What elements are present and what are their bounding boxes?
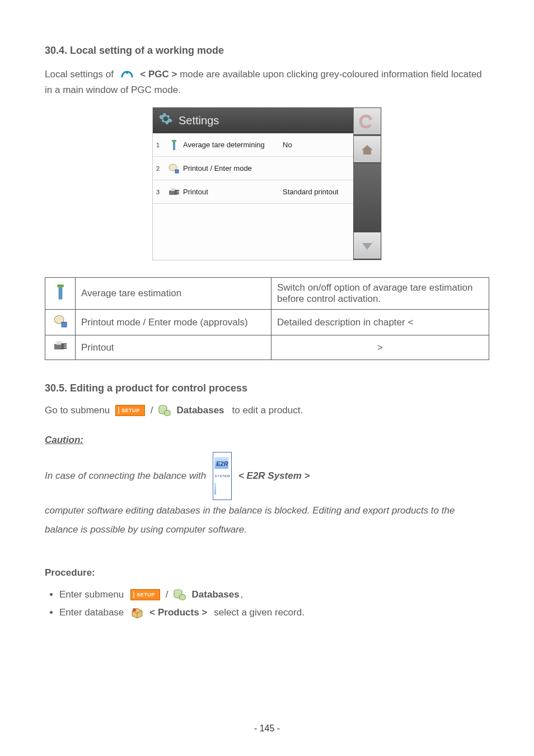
- svg-rect-9: [175, 193, 179, 194]
- pgc-mode-icon: [120, 67, 134, 83]
- svg-rect-17: [61, 346, 67, 347]
- desc-icon-cell: [45, 278, 76, 310]
- row-number: 1: [156, 142, 165, 148]
- table-row: Printout mode / Enter mode (approvals) D…: [45, 310, 489, 335]
- svg-rect-10: [57, 284, 64, 287]
- gear-icon: [158, 111, 173, 129]
- databases-label: Databases: [177, 405, 224, 416]
- row-number: 2: [156, 165, 165, 172]
- svg-rect-16: [61, 343, 67, 344]
- bullet-text: Enter database: [59, 607, 124, 618]
- settings-title: Settings: [179, 114, 219, 127]
- line-text: Go to submenu: [45, 405, 110, 416]
- settings-row-2[interactable]: 2 Printout / Enter mode: [153, 157, 353, 180]
- caution-pre: In case of connecting the balance with: [45, 466, 206, 486]
- svg-point-23: [133, 608, 136, 612]
- databases-icon: [173, 589, 186, 601]
- list-item: Enter submenu SETUP / Databases ,: [59, 589, 489, 601]
- bullet-tail: ,: [241, 589, 243, 600]
- printout-mode-icon: [53, 314, 68, 328]
- settings-row-1[interactable]: 1 Average tare determining No: [153, 133, 353, 157]
- goto-submenu-line: Go to submenu SETUP / Databases to edit …: [45, 404, 489, 417]
- svg-rect-18: [61, 348, 67, 349]
- caution-text: In case of connecting the balance with E…: [45, 452, 489, 539]
- side-back-button[interactable]: [354, 108, 381, 135]
- desc-text: Detailed description in chapter <: [271, 310, 489, 335]
- procedure-label: Procedure:: [45, 567, 489, 578]
- svg-rect-8: [175, 192, 179, 193]
- settings-sidebar: [353, 108, 381, 260]
- svg-rect-11: [58, 287, 62, 300]
- bullet-text: Enter submenu: [59, 589, 124, 600]
- intro-paragraph: Local settings of < PGC > mode are avail…: [45, 67, 489, 97]
- svg-rect-6: [171, 188, 175, 191]
- svg-point-0: [126, 72, 128, 74]
- table-row: Printout >: [45, 335, 489, 360]
- side-home-button[interactable]: [354, 136, 381, 163]
- desc-name: Printout: [76, 335, 271, 360]
- svg-rect-1: [172, 140, 176, 142]
- products-label: < Products >: [149, 607, 207, 618]
- settings-row-3[interactable]: 3 Printout Standard printout: [153, 180, 353, 204]
- printout-mode-icon: [165, 163, 183, 174]
- setup-label: SETUP: [137, 592, 155, 598]
- svg-rect-7: [175, 190, 179, 191]
- svg-rect-4: [175, 170, 179, 173]
- list-item: Enter database < Products > select a giv…: [59, 606, 489, 619]
- printer-icon: [53, 340, 68, 352]
- bullet-tail: select a given record.: [214, 607, 305, 618]
- row-number: 3: [156, 189, 165, 195]
- row-value: Standard printout: [283, 188, 350, 196]
- desc-text: Switch on/off option of avarage tare est…: [271, 278, 489, 310]
- caution-label: Caution:: [45, 435, 83, 445]
- svg-rect-15: [56, 342, 62, 345]
- row-label: Average tare determining: [183, 141, 283, 149]
- row-label: Printout: [183, 188, 283, 196]
- section-heading-2: 30.5. Editing a product for control proc…: [45, 382, 489, 394]
- svg-rect-2: [173, 142, 175, 150]
- desc-text: >: [271, 335, 489, 360]
- procedure-list: Enter submenu SETUP / Databases ,: [59, 589, 489, 619]
- row-label: Printout / Enter mode: [183, 164, 283, 172]
- slash: /: [151, 405, 153, 416]
- e2r-icon: E2R SYSTEM: [213, 452, 232, 500]
- intro-text-mid: < PGC >: [140, 69, 177, 80]
- page-number: - 145 -: [0, 724, 534, 734]
- slash: /: [166, 589, 168, 600]
- products-icon: [130, 606, 144, 619]
- settings-screenshot: Settings 1 Average tare determining No 2…: [152, 107, 382, 260]
- tare-toggle-icon: [165, 139, 183, 151]
- line-text-post: to edit a product.: [232, 405, 303, 416]
- svg-rect-13: [62, 323, 66, 327]
- settings-blank-area: [153, 204, 353, 260]
- settings-header: Settings: [153, 108, 353, 133]
- desc-name: Printout mode / Enter mode (approvals): [76, 310, 271, 335]
- desc-icon-cell: [45, 310, 76, 335]
- caution-mid: < E2R System >: [238, 466, 310, 486]
- setup-button-icon: SETUP: [115, 405, 145, 416]
- caution-block: Caution:: [45, 433, 489, 447]
- side-spacer: [353, 164, 381, 232]
- section-heading-1: 30.4. Local setting of a working mode: [45, 45, 489, 57]
- intro-text-pre: Local settings of: [45, 69, 114, 80]
- setup-label: SETUP: [121, 408, 140, 413]
- table-row: Average tare estimation Switch on/off op…: [45, 278, 489, 310]
- row-value: No: [283, 141, 350, 149]
- desc-name: Average tare estimation: [76, 278, 271, 310]
- settings-description-table: Average tare estimation Switch on/off op…: [45, 277, 489, 360]
- desc-icon-cell: [45, 335, 76, 360]
- setup-button-icon: SETUP: [130, 589, 160, 600]
- printer-icon: [165, 187, 183, 197]
- side-down-button[interactable]: [354, 232, 381, 259]
- caution-post: computer software editing databases in t…: [45, 501, 489, 539]
- databases-label: Databases: [192, 589, 240, 600]
- settings-main-panel: Settings 1 Average tare determining No 2…: [153, 108, 353, 260]
- databases-icon: [158, 404, 171, 417]
- tare-toggle-icon: [54, 284, 67, 301]
